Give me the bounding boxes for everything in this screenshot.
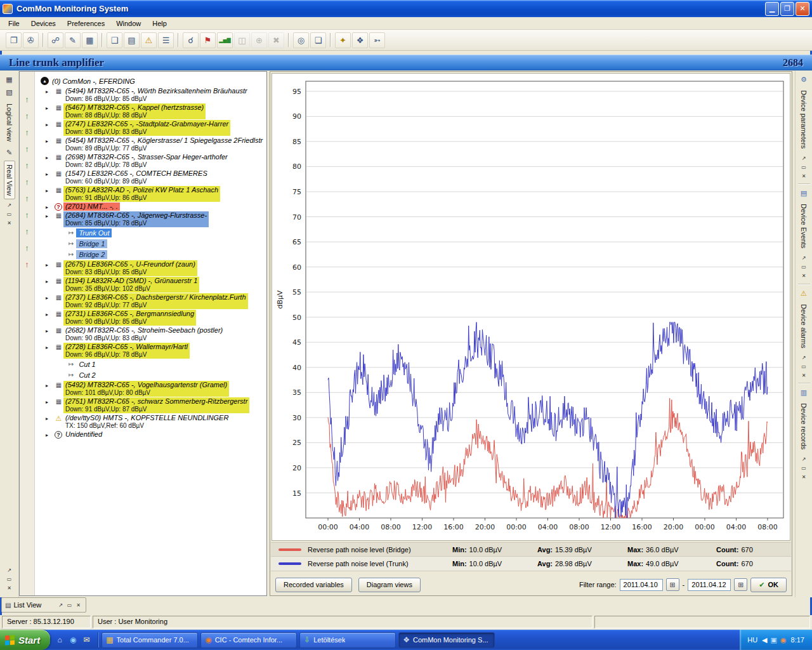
keyboard-layout-indicator[interactable]: HU — [747, 636, 757, 644]
key-icon[interactable]: ✦ — [335, 32, 351, 48]
tree-item[interactable]: ▸▦(5467) MT832R-C65 -, Kappel (hertzstra… — [38, 103, 266, 119]
tree-root-item[interactable]: ▲(0) ComMon -, EFERDING — [38, 76, 266, 86]
amplifier-icon[interactable]: ↑ — [25, 157, 29, 173]
spreadsheet-icon[interactable]: ▤ — [124, 32, 140, 48]
tree-item[interactable]: ▸▦(5454) MT832R-C65 -, Köglerstrasse/ 1 … — [38, 136, 266, 152]
alarm-icon[interactable]: ⚠ — [141, 32, 157, 48]
close-icon[interactable]: ✕ — [800, 474, 808, 481]
close-icon[interactable]: ✕ — [5, 219, 13, 227]
amplifier-icon[interactable]: ↑ — [25, 239, 29, 256]
amplifier-icon[interactable]: ↑ — [25, 140, 29, 157]
tree-item[interactable]: ▸▦(5763) LA832R-AD -, Polizei KW Platz 1… — [38, 186, 266, 202]
expand-handle-icon[interactable]: ▸ — [46, 171, 54, 177]
log-icon[interactable]: ☰ — [158, 32, 174, 48]
tab-device-alarms[interactable]: Device alarms — [798, 300, 809, 352]
mail-icon[interactable]: ✉ — [81, 634, 92, 646]
tree-child-item[interactable]: ↦Trunk Out — [69, 227, 266, 238]
tree-item[interactable]: ▸?Unidentified — [38, 430, 266, 439]
float-icon[interactable]: ↗ — [800, 456, 808, 463]
list-view-tab[interactable]: ▤ List View ↗▭✕ — [1, 597, 86, 613]
expand-handle-icon[interactable]: ▸ — [46, 213, 54, 219]
calendar-to-button[interactable] — [734, 578, 747, 591]
target-icon[interactable]: ◎ — [293, 32, 309, 48]
chart-icon[interactable]: ▂▅▇ — [217, 32, 233, 48]
device-tree-icon[interactable]: ☍ — [48, 32, 63, 48]
expand-handle-icon[interactable]: ▸ — [46, 138, 54, 144]
tree-item[interactable]: ▸▦(2675) LE836R-C65 -, U-Freundorf (zaun… — [38, 260, 266, 276]
tree-item[interactable]: ▸▦(2698) MT832R-C65 -, Strasser-Spar Heg… — [38, 153, 266, 169]
close-icon[interactable]: ✕ — [800, 371, 808, 379]
expand-handle-icon[interactable]: ▸ — [46, 279, 54, 284]
maximize-button[interactable] — [780, 2, 794, 16]
expand-handle-icon[interactable]: ▸ — [46, 122, 54, 128]
menu-devices[interactable]: Devices — [25, 18, 62, 29]
find-user-icon[interactable]: ➳ — [369, 32, 385, 48]
tree-child-item[interactable]: ↦Cut 1 — [69, 359, 266, 369]
session-icon[interactable]: ❖ — [352, 32, 368, 48]
task-button[interactable]: ◉CIC - Comtech Infor... — [200, 632, 297, 648]
tab-real-view[interactable]: Real View — [4, 161, 15, 199]
close-button[interactable] — [796, 2, 809, 16]
amplifier-icon[interactable]: ↑ — [25, 91, 29, 107]
expand-handle-icon[interactable]: ▸ — [46, 345, 54, 350]
notes-icon[interactable]: ❏ — [310, 32, 326, 48]
close-icon[interactable]: ✕ — [74, 601, 82, 609]
device-table-icon[interactable]: ▦ — [82, 32, 98, 48]
menu-help[interactable]: Help — [147, 18, 173, 29]
tree-child-item[interactable]: ↦Bridge 1 — [69, 238, 266, 249]
tree-item[interactable]: ▸▦(2682) MT832R-C65 -, Stroheim-Seebach … — [38, 326, 266, 342]
search-icon[interactable]: ☌ — [183, 32, 199, 48]
task-button[interactable]: ⇩Letöltések — [299, 632, 396, 648]
expand-handle-icon[interactable]: ▸ — [46, 383, 54, 388]
menu-window[interactable]: Window — [110, 18, 147, 29]
amplifier-icon[interactable]: ↑ — [25, 223, 29, 239]
expand-handle-icon[interactable]: ▸ — [46, 262, 54, 268]
tree-item[interactable]: ▸▦(1547) LE832R-C65 -, COMTECH BEMERESDo… — [38, 169, 266, 185]
browser-icon[interactable]: ◉ — [67, 634, 79, 646]
calendar-from-button[interactable] — [666, 578, 679, 591]
expand-handle-icon[interactable]: ▸ — [46, 188, 54, 194]
tree-item[interactable]: ▸▦(1194) LA832R-AD (SMD) -, Grünauerstr … — [38, 277, 266, 293]
amplifier-icon[interactable]: ↑ — [25, 256, 29, 272]
console-icon[interactable]: ❐ — [6, 32, 22, 48]
expand-handle-icon[interactable]: ▸ — [46, 105, 54, 111]
tree-item[interactable]: ▸▦(5494) MT832R-C65 -, Wörth Bezirksalte… — [38, 87, 266, 103]
tree-item[interactable]: ▸▦(2747) LE832R-C65 -, -Stadtplatz-Grabm… — [38, 120, 266, 136]
start-button[interactable]: Start — [0, 630, 50, 650]
float-icon[interactable]: ↗ — [800, 354, 808, 361]
amplifier-icon[interactable]: ↑ — [25, 124, 29, 140]
tree-item[interactable]: ▸▦(5492) MT832R-C65 -, Vogelhausgartenst… — [38, 381, 266, 397]
menu-file[interactable]: File — [3, 18, 25, 29]
probe-icon[interactable]: ✎ — [65, 32, 81, 48]
tree-item[interactable]: ▸▦(2728) LE836R-C65 -, Wallermayr/HartlD… — [38, 343, 266, 359]
expand-handle-icon[interactable]: ▸ — [46, 312, 54, 317]
pin-icon[interactable]: ▭ — [800, 163, 808, 171]
hidden-icons-chevron[interactable]: ◀ — [762, 636, 767, 644]
pin-icon[interactable]: ▭ — [65, 601, 74, 609]
task-button[interactable]: ▦Total Commander 7.0... — [102, 632, 198, 648]
tab-device-records[interactable]: Device records — [798, 399, 809, 453]
amplifier-icon[interactable]: ↑ — [25, 190, 29, 206]
diagram-views-button[interactable]: Diagram views — [358, 578, 421, 592]
tab-device-parameters[interactable]: Device parameters — [798, 86, 809, 152]
float-icon[interactable]: ↗ — [5, 566, 13, 574]
expand-handle-icon[interactable]: ▸ — [46, 89, 54, 95]
close-icon[interactable]: ✕ — [800, 172, 808, 180]
float-icon[interactable]: ↗ — [800, 255, 808, 262]
amplifier-icon[interactable]: ↑ — [25, 107, 29, 124]
expand-handle-icon[interactable]: ▸ — [46, 416, 54, 421]
tree-item[interactable]: ▸▦(2737) LE836R-C65 -, Dachsbergerstr./ … — [38, 293, 266, 309]
tree-item[interactable]: ▸▦(2684) MT836R-C65 -, Jägerweg-Flurstra… — [38, 211, 266, 227]
expand-handle-icon[interactable]: ▸ — [46, 328, 54, 334]
print-icon[interactable]: ✇ — [23, 32, 39, 48]
menu-preferences[interactable]: Preferences — [62, 18, 110, 29]
minimize-button[interactable] — [765, 2, 779, 16]
tree-child-item[interactable]: ↦Bridge 2 — [69, 249, 266, 260]
float-icon[interactable]: ↗ — [5, 201, 13, 209]
update-status-icon[interactable]: ◉ — [780, 636, 787, 644]
filter-date-from[interactable]: 2011.04.10 — [620, 579, 663, 591]
report-icon[interactable]: ❑ — [107, 32, 122, 48]
tab-device-events[interactable]: Device Events — [798, 200, 809, 252]
windows-panel-icon[interactable]: ▦ — [4, 74, 15, 84]
show-desktop-icon[interactable]: ⌂ — [54, 634, 65, 646]
